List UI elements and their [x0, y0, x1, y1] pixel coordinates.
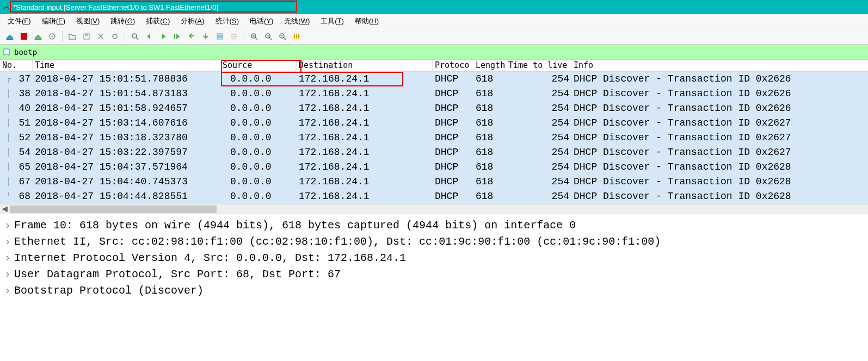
scroll-thumb[interactable] — [10, 206, 217, 213]
go-forward-icon[interactable] — [157, 30, 170, 43]
menu-捕获[interactable]: 捕获(C) — [141, 15, 174, 27]
shark-fin-icon[interactable] — [3, 30, 16, 43]
zoom-out-icon[interactable] — [262, 30, 275, 43]
detail-tree-item[interactable]: ›Ethernet II, Src: cc:02:98:10:f1:00 (cc… — [0, 234, 868, 250]
cell-protocol: DHCP — [433, 130, 473, 145]
filter-bookmark-icon[interactable] — [2, 48, 11, 57]
col-source[interactable]: Source — [220, 60, 297, 71]
packet-row[interactable]: │542018-04-27 15:03:22.3975970.0.0.0172.… — [0, 145, 868, 160]
cell-time: 2018-04-27 15:04:37.571964 — [33, 160, 220, 175]
cell-no: 67 — [11, 175, 33, 189]
resize-columns-icon[interactable] — [290, 30, 303, 43]
goto-first-icon[interactable] — [185, 30, 198, 43]
find-icon[interactable] — [128, 30, 141, 43]
chevron-right-icon[interactable]: › — [4, 250, 14, 266]
cell-destination: 172.168.24.1 — [297, 189, 433, 204]
tree-glyph: │ — [0, 145, 11, 160]
menu-帮助[interactable]: 帮助(H) — [350, 15, 383, 27]
cell-source: 0.0.0.0 — [220, 189, 297, 204]
menu-编辑[interactable]: 编辑(E) — [38, 15, 70, 27]
zoom-in-icon[interactable] — [248, 30, 261, 43]
menu-电话[interactable]: 电话(Y) — [245, 15, 278, 27]
zoom-reset-icon[interactable] — [276, 30, 289, 43]
packet-row[interactable]: │512018-04-27 15:03:14.6076160.0.0.0172.… — [0, 116, 868, 130]
packet-row[interactable]: │402018-04-27 15:01:58.9246570.0.0.0172.… — [0, 101, 868, 116]
packet-details-tree[interactable]: ›Frame 10: 618 bytes on wire (4944 bits)… — [0, 214, 868, 361]
col-info[interactable]: Info — [571, 60, 868, 71]
cell-ttl: 254 — [506, 130, 571, 145]
cell-length: 618 — [473, 130, 506, 145]
cell-ttl: 254 — [506, 86, 571, 101]
detail-tree-item[interactable]: ›User Datagram Protocol, Src Port: 68, D… — [0, 266, 868, 283]
stop-capture-icon[interactable] — [17, 30, 30, 43]
detail-tree-item[interactable]: ›Internet Protocol Version 4, Src: 0.0.0… — [0, 250, 868, 266]
toolbar-separator — [244, 31, 244, 42]
goto-last-icon[interactable] — [199, 30, 212, 43]
restart-capture-icon[interactable] — [32, 30, 45, 43]
svg-rect-4 — [85, 34, 88, 36]
cell-length: 618 — [473, 72, 506, 86]
cell-ttl: 254 — [506, 175, 571, 189]
chevron-right-icon[interactable]: › — [4, 234, 14, 250]
chevron-right-icon[interactable]: › — [4, 266, 14, 283]
col-destination[interactable]: Destination — [297, 60, 433, 71]
col-length[interactable]: Length — [473, 60, 506, 71]
chevron-right-icon[interactable]: › — [4, 217, 14, 234]
tree-glyph: │ — [0, 101, 11, 116]
col-time[interactable]: Time — [33, 60, 220, 71]
open-file-icon[interactable] — [66, 30, 79, 43]
cell-ttl: 254 — [506, 160, 571, 175]
cell-source: 0.0.0.0 — [220, 130, 297, 145]
close-file-icon[interactable] — [94, 30, 107, 43]
menu-无线[interactable]: 无线(W) — [280, 15, 314, 27]
cell-source: 0.0.0.0 — [220, 145, 297, 160]
packet-list-header[interactable]: No. Time Source Destination Protoco Leng… — [0, 60, 868, 72]
tree-glyph: │ — [0, 160, 11, 175]
packet-row[interactable]: │382018-04-27 15:01:54.8731830.0.0.0172.… — [0, 86, 868, 101]
cell-info: DHCP Discover - Transaction ID 0x2627 — [571, 116, 868, 130]
capture-options-icon[interactable] — [46, 30, 59, 43]
cell-protocol: DHCP — [433, 116, 473, 130]
cell-destination: 172.168.24.1 — [297, 160, 433, 175]
menu-分析[interactable]: 分析(A) — [176, 15, 208, 27]
detail-tree-item[interactable]: ›Frame 10: 618 bytes on wire (4944 bits)… — [0, 217, 868, 234]
detail-tree-item[interactable]: ›Bootstrap Protocol (Discover) — [0, 283, 868, 299]
cell-source: 0.0.0.0 — [220, 160, 297, 175]
packet-row[interactable]: │672018-04-27 15:04:40.7453730.0.0.0172.… — [0, 175, 868, 189]
col-ttl[interactable]: Time to live — [506, 60, 571, 71]
goto-packet-icon[interactable] — [171, 30, 184, 43]
tree-glyph: │ — [0, 86, 11, 101]
menu-文件[interactable]: 文件(F) — [3, 15, 35, 27]
save-file-icon[interactable] — [80, 30, 93, 43]
col-no[interactable]: No. — [0, 60, 33, 71]
display-filter-input[interactable] — [13, 46, 866, 58]
packet-row[interactable]: ┌372018-04-27 15:01:51.7888360.0.0.0172.… — [0, 72, 868, 86]
scroll-left-icon[interactable]: ◄ — [0, 204, 10, 214]
horizontal-scrollbar[interactable]: ◄ — [0, 204, 868, 214]
cell-destination: 172.168.24.1 — [297, 101, 433, 116]
menu-跳转[interactable]: 跳转(G) — [106, 15, 139, 27]
cell-no: 38 — [11, 86, 33, 101]
svg-point-2 — [52, 35, 53, 37]
chevron-right-icon[interactable]: › — [4, 283, 14, 299]
cell-time: 2018-04-27 15:04:44.828551 — [33, 189, 220, 204]
cell-protocol: DHCP — [433, 145, 473, 160]
packet-row[interactable]: └682018-04-27 15:04:44.8285510.0.0.0172.… — [0, 189, 868, 204]
reload-icon[interactable] — [108, 30, 121, 43]
menu-bar: 文件(F)编辑(E)视图(V)跳转(G)捕获(C)分析(A)统计(S)电话(Y)… — [0, 14, 868, 28]
cell-length: 618 — [473, 189, 506, 204]
cell-info: DHCP Discover - Transaction ID 0x2626 — [571, 86, 868, 101]
menu-统计[interactable]: 统计(S) — [211, 15, 243, 27]
col-protocol[interactable]: Protoco — [433, 60, 473, 71]
go-back-icon[interactable] — [143, 30, 156, 43]
menu-工具[interactable]: 工具(T) — [316, 15, 348, 27]
packet-list-body[interactable]: ┌372018-04-27 15:01:51.7888360.0.0.0172.… — [0, 72, 868, 204]
packet-row[interactable]: │522018-04-27 15:03:18.3237800.0.0.0172.… — [0, 130, 868, 145]
colorize-icon[interactable] — [227, 30, 241, 43]
menu-视图[interactable]: 视图(V) — [72, 15, 104, 27]
auto-scroll-icon[interactable] — [213, 30, 226, 43]
packet-list: No. Time Source Destination Protoco Leng… — [0, 60, 868, 214]
packet-row[interactable]: │652018-04-27 15:04:37.5719640.0.0.0172.… — [0, 160, 868, 175]
cell-protocol: DHCP — [433, 72, 473, 86]
cell-source: 0.0.0.0 — [220, 86, 297, 101]
